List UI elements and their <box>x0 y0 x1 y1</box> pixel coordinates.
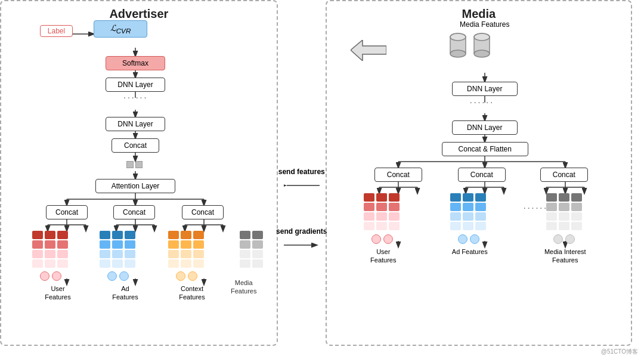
media-circles-gray <box>553 234 575 244</box>
loss-box: ℒCVR <box>94 20 147 38</box>
concat-flatten-box: Concat & Flatten <box>442 142 528 156</box>
dnn-bottom-box: DNN Layer <box>106 117 165 131</box>
softmax-box: Softmax <box>106 56 165 70</box>
left-arrow-svg <box>284 180 320 191</box>
media-interest-label: Media Interest Features <box>538 247 592 265</box>
embed-group-red <box>32 231 68 268</box>
svg-point-74 <box>474 50 490 57</box>
circles-red <box>40 271 61 281</box>
concat3-box: Concat <box>182 205 224 219</box>
svg-point-71 <box>450 33 466 41</box>
label-box: Label <box>40 25 73 37</box>
send-features-group: send features <box>278 168 325 191</box>
media-dots: ...... <box>470 95 494 105</box>
media-dnn-bottom: DNN Layer <box>452 120 518 135</box>
advertiser-title: Advertiser <box>7 7 271 21</box>
media-panel: Media <box>326 0 632 346</box>
context-features-label-adv: ContextFeatures <box>168 284 216 302</box>
media-features-label-adv: MediaFeatures <box>231 278 256 296</box>
media-concat3: Concat <box>540 168 588 182</box>
media-embed-gray <box>546 193 582 230</box>
ad-features-label-media: Ad Features <box>452 247 488 256</box>
dots-top: ...... <box>123 91 148 100</box>
media-title: Media <box>333 7 625 21</box>
dnn-top-box: DNN Layer <box>106 78 165 92</box>
media-circles-red <box>371 234 393 244</box>
media-concat2: Concat <box>458 168 506 182</box>
svg-point-68 <box>450 50 466 57</box>
media-cylinders <box>449 32 491 59</box>
media-embed-dots: ...... <box>524 201 548 211</box>
media-embed-red <box>364 193 400 230</box>
media-feat-gray <box>240 231 263 268</box>
embed-group-orange <box>168 231 204 268</box>
media-dnn-top: DNN Layer <box>452 82 518 96</box>
right-arrow-svg <box>284 239 320 251</box>
embed-group-blue <box>100 231 135 268</box>
user-features-label-adv: UserFeatures <box>40 284 76 302</box>
ad-features-label-adv: AdFeatures <box>107 284 143 302</box>
media-circles-blue <box>458 234 479 244</box>
concat-mid-box: Concat <box>112 138 159 153</box>
send-gradients-group: send gradients <box>276 227 327 251</box>
media-features-top-label: Media Features <box>443 20 527 29</box>
svg-marker-65 <box>351 40 386 61</box>
attention-layer-box: Attention Layer <box>95 179 175 193</box>
concat1-box: Concat <box>46 205 88 219</box>
svg-point-77 <box>474 33 490 41</box>
media-concat1: Concat <box>374 168 422 182</box>
watermark: @51CTO博客 <box>601 348 638 356</box>
send-gradients-label: send gradients <box>276 227 327 236</box>
hollow-arrow-left <box>351 40 386 63</box>
concat-output-squares <box>126 161 143 168</box>
circles-blue <box>107 271 129 281</box>
concat2-box: Concat <box>113 205 155 219</box>
user-features-label-media: User Features <box>366 247 401 265</box>
media-embed-blue <box>450 193 486 230</box>
loss-text: ℒCVR <box>110 23 131 33</box>
middle-section: send features send gradients <box>284 0 320 347</box>
advertiser-panel: Advertiser <box>0 0 278 346</box>
send-features-label: send features <box>278 168 325 176</box>
circles-orange <box>176 271 197 281</box>
